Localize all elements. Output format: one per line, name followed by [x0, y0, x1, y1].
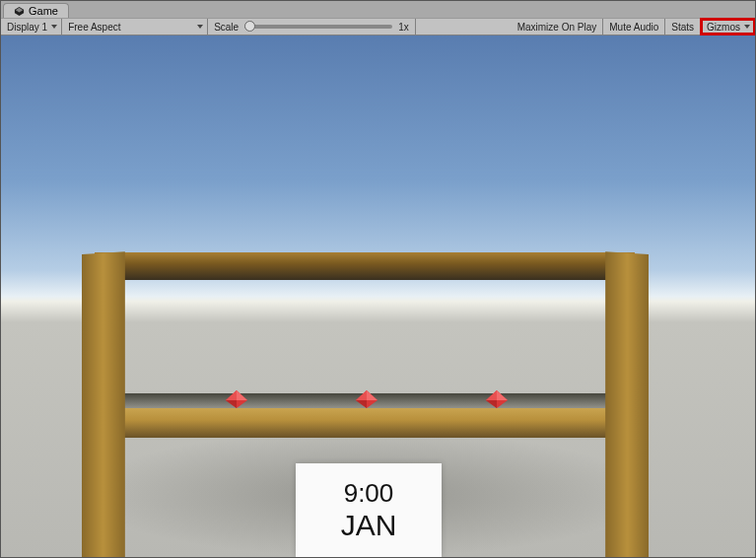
gizmos-dropdown[interactable]: Gizmos: [701, 19, 755, 35]
maximize-on-play-toggle[interactable]: Maximize On Play: [512, 19, 604, 35]
scale-value: 1x: [398, 22, 409, 33]
svg-marker-4: [226, 390, 237, 400]
scale-slider-thumb[interactable]: [244, 21, 255, 32]
scale-control: Scale 1x: [208, 19, 416, 35]
display-dropdown[interactable]: Display 1: [1, 19, 62, 35]
display-label: Display 1: [7, 22, 47, 33]
time-placard: 9:00 JAN: [296, 463, 442, 557]
table-leg-right: [605, 251, 649, 557]
table-top-shelf: [95, 252, 635, 280]
aspect-dropdown[interactable]: Free Aspect: [62, 19, 208, 35]
svg-marker-12: [486, 390, 497, 400]
placard-month: JAN: [341, 509, 397, 542]
table-leg-left: [82, 251, 125, 557]
svg-marker-5: [226, 400, 237, 408]
svg-marker-9: [356, 400, 367, 408]
game-toolbar: Display 1 Free Aspect Scale 1x Maximize …: [1, 18, 755, 35]
game-viewport: 9:00 JAN: [1, 35, 755, 557]
aspect-label: Free Aspect: [68, 22, 120, 33]
mute-audio-toggle[interactable]: Mute Audio: [603, 19, 665, 35]
table-middle-shelf: [95, 408, 635, 438]
gizmo-gem-icon: [484, 388, 510, 410]
svg-marker-7: [367, 390, 378, 400]
placard-time: 9:00: [344, 478, 394, 509]
svg-marker-11: [497, 390, 508, 400]
scale-slider[interactable]: [244, 25, 392, 29]
svg-marker-8: [356, 390, 367, 400]
gizmo-gem-icon: [224, 388, 249, 410]
scale-label: Scale: [214, 22, 239, 33]
tab-game-label: Game: [29, 5, 58, 17]
tab-game[interactable]: Game: [3, 3, 69, 18]
tab-bar: Game: [1, 1, 755, 18]
svg-marker-13: [486, 400, 497, 408]
gizmo-gem-icon: [354, 388, 379, 410]
stats-toggle[interactable]: Stats: [665, 19, 701, 35]
svg-marker-3: [237, 390, 247, 400]
toolbar-spacer: [416, 19, 512, 35]
unity-logo-icon: [14, 6, 25, 17]
